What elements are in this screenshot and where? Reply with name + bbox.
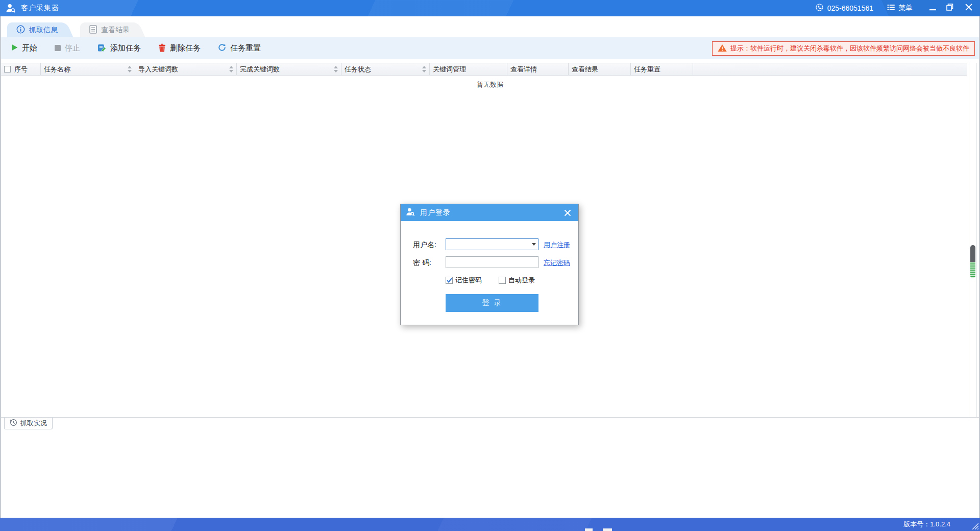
auto-login-checkbox[interactable] (499, 277, 506, 284)
tab-view-results[interactable]: 查看结果 (80, 22, 135, 37)
antivirus-warning: 提示：软件运行时，建议关闭杀毒软件，因该软件频繁访问网络会被当做不良软件 (712, 41, 975, 56)
resize-grip-icon[interactable] (971, 523, 978, 529)
phone-icon (815, 3, 824, 13)
auto-login-label: 自动登录 (508, 276, 535, 285)
vertical-scrollbar[interactable] (969, 63, 977, 417)
login-submit-button[interactable]: 登 录 (446, 294, 538, 312)
password-label: 密 码: (413, 258, 431, 268)
column-header-view-results: 查看结果 (569, 63, 631, 75)
warning-triangle-icon (718, 44, 727, 54)
delete-trash-icon (158, 43, 166, 54)
column-label: 关键词管理 (433, 65, 466, 74)
stop-icon (55, 44, 61, 53)
add-task-label: 添加任务 (110, 43, 141, 53)
empty-data-text: 暂无数据 (1, 80, 979, 89)
column-label: 任务重置 (634, 65, 660, 74)
taskbar-peek-fragment (585, 528, 593, 531)
column-header-keyword-manage: 关键词管理 (430, 63, 507, 75)
task-table-header: 序号 任务名称 导入关键词数 完成关键词数 任务状态 关键词管理 (1, 63, 967, 76)
document-icon (89, 25, 97, 35)
column-header-filler (693, 63, 967, 75)
tab-capture-info[interactable]: 抓取信息 (7, 22, 63, 37)
add-task-button[interactable]: 添加任务 (97, 43, 141, 54)
start-button[interactable]: 开始 (11, 43, 37, 53)
user-search-icon (5, 3, 16, 14)
column-label: 序号 (14, 65, 28, 74)
remember-password-option[interactable]: 记住密码 (446, 276, 482, 285)
column-header-imported-keywords[interactable]: 导入关键词数 (135, 63, 237, 75)
stop-button[interactable]: 停止 (55, 43, 80, 53)
combo-dropdown-button[interactable] (529, 239, 538, 250)
auto-login-option[interactable]: 自动登录 (499, 276, 535, 285)
select-all-checkbox[interactable] (4, 66, 11, 73)
warning-text: 提示：软件运行时，建议关闭杀毒软件，因该软件频繁访问网络会被当做不良软件 (730, 44, 969, 53)
sort-arrows-icon[interactable] (125, 66, 132, 73)
history-clock-icon (10, 419, 17, 428)
sort-arrows-icon[interactable] (331, 66, 338, 73)
login-close-button[interactable] (561, 207, 574, 219)
info-icon (16, 25, 25, 35)
toolbar: 开始 停止 添加任务 删除任务 (1, 37, 979, 59)
forgot-password-link[interactable]: 忘记密码 (544, 258, 570, 268)
register-link[interactable]: 用户注册 (544, 240, 570, 250)
titlebar: 客户采集器 025-66051561 菜单 (0, 0, 980, 16)
reset-task-label: 任务重置 (230, 43, 261, 53)
column-header-task-name[interactable]: 任务名称 (41, 63, 135, 75)
minimize-button[interactable] (924, 0, 941, 16)
tabstrip: 抓取信息 查看结果 (1, 16, 979, 37)
version-label: 版本号：1.0.2.4 (903, 520, 950, 529)
column-label: 查看详情 (510, 65, 537, 74)
tab-capture-live[interactable]: 抓取实况 (4, 418, 53, 429)
reset-circular-arrow-icon (218, 43, 226, 53)
menu-list-icon (887, 3, 895, 13)
app-window: 客户采集器 025-66051561 菜单 (0, 0, 980, 531)
column-header-completed-keywords[interactable]: 完成关键词数 (237, 63, 341, 75)
column-header-view-details: 查看详情 (507, 63, 569, 75)
phone-contact: 025-66051561 (815, 3, 873, 13)
maximize-restore-icon (946, 4, 953, 13)
username-combobox[interactable] (446, 238, 538, 250)
tab-label: 查看结果 (101, 26, 130, 35)
username-input[interactable] (446, 239, 529, 249)
chevron-down-icon (532, 243, 536, 246)
statusbar: 版本号：1.0.2.4 (0, 518, 980, 531)
minimize-icon (929, 4, 936, 13)
scrollbar-thumb[interactable] (970, 245, 975, 278)
column-label: 任务名称 (44, 65, 70, 74)
sort-arrows-icon[interactable] (419, 66, 426, 73)
phone-number: 025-66051561 (827, 4, 873, 12)
maximize-button[interactable] (941, 0, 959, 16)
column-header-index: 序号 (1, 63, 41, 75)
tab-label: 抓取信息 (29, 26, 58, 35)
column-header-task-status[interactable]: 任务状态 (341, 63, 430, 75)
column-label: 任务状态 (345, 65, 371, 74)
menu-button[interactable]: 菜单 (887, 3, 913, 13)
taskbar-peek-fragment (603, 528, 612, 531)
sort-arrows-icon[interactable] (226, 66, 233, 73)
close-icon (965, 4, 972, 13)
capture-live-panel: 抓取实况 (1, 417, 979, 518)
reset-task-button[interactable]: 任务重置 (218, 43, 261, 53)
remember-password-checkbox[interactable] (446, 277, 453, 284)
live-tab-label: 抓取实况 (20, 419, 47, 428)
login-dialog-header: 用户登录 (401, 204, 578, 221)
delete-task-button[interactable]: 删除任务 (158, 43, 201, 54)
column-label: 查看结果 (572, 65, 598, 74)
column-label: 完成关键词数 (240, 65, 280, 74)
start-label: 开始 (22, 43, 37, 53)
stop-label: 停止 (65, 43, 80, 53)
login-options-row: 记住密码 自动登录 (446, 276, 535, 285)
add-task-icon (97, 43, 106, 54)
menu-label: 菜单 (898, 4, 913, 13)
play-icon (11, 44, 18, 53)
close-button[interactable] (959, 0, 979, 16)
column-header-task-reset: 任务重置 (631, 63, 693, 75)
delete-task-label: 删除任务 (170, 43, 201, 53)
username-label: 用户名: (413, 240, 436, 250)
login-dialog: 用户登录 用户名: 用户注册 密 码: 忘记密码 记住密码 (400, 204, 579, 325)
column-label: 导入关键词数 (138, 65, 178, 74)
password-input[interactable] (446, 256, 538, 268)
login-dialog-title: 用户登录 (420, 208, 451, 218)
app-title: 客户采集器 (21, 4, 59, 13)
remember-password-label: 记住密码 (455, 276, 482, 285)
